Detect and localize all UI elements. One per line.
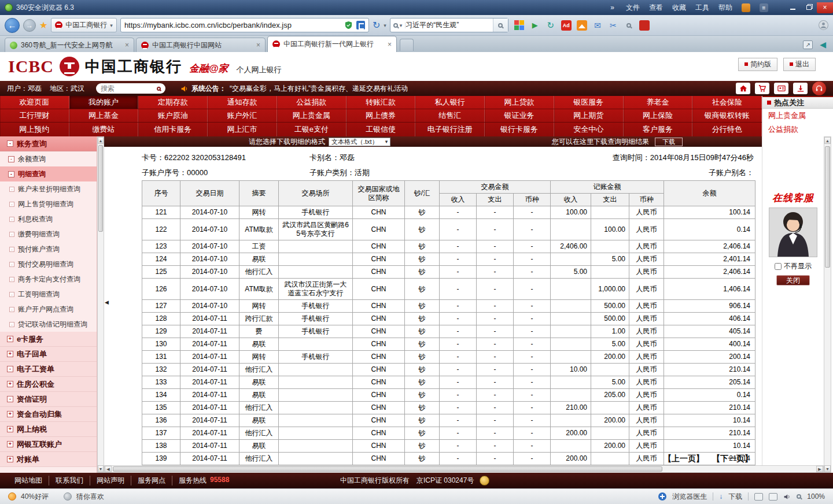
- url-history-dropdown-icon[interactable]: ▾: [384, 23, 386, 28]
- sidebar-item[interactable]: - 商务卡定向支付查询: [0, 272, 97, 287]
- nav-item[interactable]: 欢迎页面: [0, 96, 69, 109]
- site-identity-dropdown[interactable]: 中国工商银行 ▾: [51, 18, 117, 32]
- browser-tab[interactable]: 360导航_新一代安全上网导航 ×: [5, 38, 134, 52]
- sidebar-item[interactable]: - 网上售货明细查询: [0, 197, 97, 212]
- scroll-right-arrow[interactable]: ▶: [816, 466, 823, 472]
- game-center-icon[interactable]: [639, 20, 650, 31]
- plugin-icon[interactable]: [754, 493, 763, 501]
- nav-item[interactable]: 公益捐款: [277, 96, 347, 109]
- sidebar-item[interactable]: - 预付账户查询: [0, 242, 97, 257]
- rating-label[interactable]: 40%好评: [21, 492, 49, 502]
- nav-item[interactable]: 银商银权转账: [692, 109, 762, 122]
- nav-item[interactable]: 养老金: [624, 96, 693, 109]
- sidebar-item[interactable]: + 网上纳税: [0, 422, 97, 437]
- sidebar-item[interactable]: - 账务查询: [0, 136, 97, 151]
- expand-collapse-icon[interactable]: +: [7, 456, 13, 462]
- site-search-box[interactable]: [96, 83, 165, 94]
- sidebar-item[interactable]: - 资信证明: [0, 392, 97, 407]
- menu-item[interactable]: 文件: [626, 3, 640, 13]
- expand-collapse-icon[interactable]: -: [9, 292, 14, 297]
- nav-item[interactable]: 银证业务: [485, 109, 554, 122]
- restore-button[interactable]: [801, 2, 817, 13]
- sidebar-item[interactable]: + e卡服务: [0, 332, 97, 347]
- nav-item[interactable]: 工行理财: [0, 109, 69, 122]
- hot-topic-link[interactable]: 公益捐款: [762, 123, 833, 136]
- sidebar-item[interactable]: - 利息税查询: [0, 212, 97, 227]
- sidebar-item[interactable]: - 余额查询: [0, 151, 97, 166]
- footer-link[interactable]: 服务网点: [131, 476, 172, 486]
- clip-icon[interactable]: ✂: [608, 20, 618, 31]
- apps-grid-icon[interactable]: [514, 20, 525, 31]
- nav-item[interactable]: 工银信使: [347, 123, 416, 136]
- nav-item[interactable]: 结售汇: [415, 109, 485, 122]
- toolbar-overflow-chevron[interactable]: »: [610, 3, 614, 12]
- cart-icon[interactable]: [755, 83, 769, 94]
- sidebar-item[interactable]: - 账户未登折明细查询: [0, 181, 97, 197]
- recently-closed-icon[interactable]: ◀: [820, 40, 826, 49]
- menu-item[interactable]: 查看: [649, 3, 663, 13]
- nav-item[interactable]: 社会保险: [692, 96, 762, 109]
- nav-item[interactable]: 工银e支付: [277, 123, 347, 136]
- footer-link[interactable]: 网站地图: [8, 476, 49, 486]
- user-avatar-icon[interactable]: [819, 20, 828, 30]
- tab-close-icon[interactable]: ×: [388, 40, 392, 49]
- nav-item[interactable]: 电子银行注册: [415, 123, 485, 136]
- nav-item[interactable]: 安全中心: [554, 123, 624, 136]
- nav-item[interactable]: 账户原油: [138, 109, 208, 122]
- sidebar-scrollbar[interactable]: ▲ ▼: [97, 136, 104, 473]
- nav-item[interactable]: 网上保险: [624, 109, 693, 122]
- nav-item[interactable]: 我的账户: [69, 96, 139, 109]
- scroll-left-arrow[interactable]: ◀: [105, 466, 112, 472]
- nav-item[interactable]: 分行特色: [692, 123, 762, 136]
- back-button[interactable]: ←: [5, 18, 20, 33]
- mail-icon[interactable]: ✉: [592, 20, 603, 31]
- expand-collapse-icon[interactable]: -: [7, 140, 13, 147]
- nav-item[interactable]: 网上债券: [347, 109, 416, 122]
- menu-item[interactable]: 工具: [695, 3, 709, 13]
- expand-collapse-icon[interactable]: -: [8, 171, 14, 177]
- nav-item[interactable]: 客户服务: [624, 123, 693, 136]
- expand-collapse-icon[interactable]: +: [7, 426, 13, 432]
- nav-item[interactable]: 缴费站: [69, 123, 139, 136]
- nav-item[interactable]: 通知存款: [208, 96, 277, 109]
- nav-item[interactable]: 信用卡服务: [138, 123, 208, 136]
- expand-collapse-icon[interactable]: -: [8, 156, 14, 162]
- url-input[interactable]: [124, 21, 341, 29]
- expand-collapse-icon[interactable]: +: [7, 336, 13, 342]
- download-arrow-icon[interactable]: ↓: [719, 492, 723, 501]
- service-close-button[interactable]: 关闭: [776, 275, 810, 286]
- screenshot-icon[interactable]: [577, 20, 587, 31]
- next-page-link[interactable]: 【下一页】: [712, 454, 753, 464]
- customer-service-photo[interactable]: [769, 207, 817, 257]
- restore-closed-tab-icon[interactable]: ↗: [803, 40, 813, 49]
- sidebar-item[interactable]: + 网银互联账户: [0, 437, 97, 452]
- dismiss-checkbox[interactable]: [775, 263, 782, 270]
- sidebar-item[interactable]: - 明细查询: [0, 166, 97, 181]
- sidebar-item[interactable]: + 对账单: [0, 452, 97, 467]
- scrollbar-thumb[interactable]: [825, 146, 830, 268]
- simple-version-button[interactable]: 简约版: [738, 58, 777, 71]
- expand-collapse-icon[interactable]: -: [9, 247, 14, 252]
- nav-item[interactable]: 网上贷款: [485, 96, 554, 109]
- expand-collapse-icon[interactable]: -: [9, 307, 14, 312]
- sidebar-item[interactable]: - 电子工资单: [0, 362, 97, 377]
- download-tray-icon[interactable]: [793, 83, 808, 94]
- scroll-up-arrow[interactable]: ▲: [824, 137, 831, 144]
- ad-block-icon[interactable]: Ad: [561, 20, 572, 31]
- sidebar-item[interactable]: - 预付交易明细查询: [0, 257, 97, 272]
- nav-item[interactable]: 账户外汇: [208, 109, 277, 122]
- content-vertical-scrollbar[interactable]: ▲ ▼: [824, 136, 831, 473]
- security-shield-icon[interactable]: [344, 21, 353, 29]
- sidebar-item[interactable]: + 资金自动归集: [0, 407, 97, 422]
- customer-service-headset-icon[interactable]: [812, 81, 826, 95]
- expand-collapse-icon[interactable]: +: [7, 441, 13, 447]
- menu-item[interactable]: 帮助: [718, 3, 732, 13]
- media-play-icon[interactable]: ▶: [530, 20, 540, 31]
- account-card-icon[interactable]: [774, 83, 788, 94]
- nav-item[interactable]: 网上汇市: [208, 123, 277, 136]
- close-button[interactable]: ×: [817, 2, 833, 13]
- online-banking-mode-icon[interactable]: [356, 21, 365, 29]
- new-tab-button[interactable]: [400, 39, 414, 51]
- favorites-star-icon[interactable]: ★: [39, 20, 47, 31]
- refresh-icon[interactable]: ↻: [373, 21, 380, 30]
